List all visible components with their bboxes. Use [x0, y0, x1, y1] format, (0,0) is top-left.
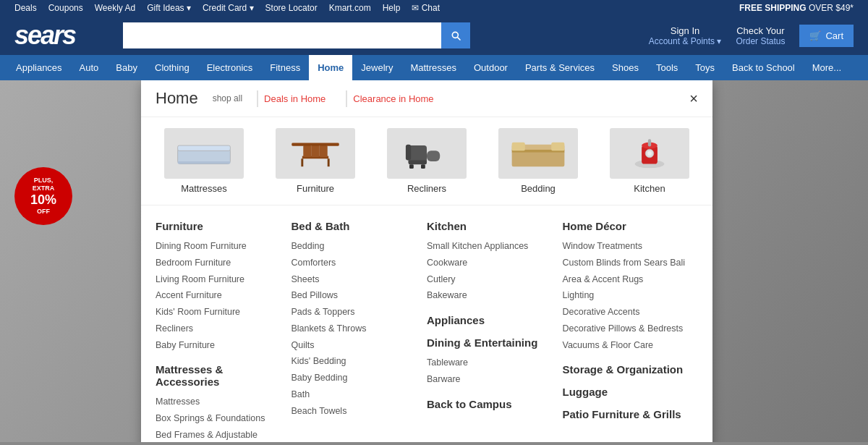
category-furniture[interactable]: Furniture — [276, 128, 355, 194]
recliners-label: Recliners — [407, 183, 446, 194]
sign-in-label: Sign In — [649, 25, 722, 36]
pads-toppers-link[interactable]: Pads & Toppers — [292, 304, 420, 321]
weekly-ad-link[interactable]: Weekly Ad — [95, 3, 135, 13]
decorative-accents-link[interactable]: Decorative Accents — [563, 304, 692, 321]
cart-button[interactable]: 🛒 Cart — [799, 25, 854, 47]
custom-blinds-link[interactable]: Custom Blinds from Sears Bali — [563, 255, 692, 271]
nav-fitness[interactable]: Fitness — [261, 55, 309, 80]
nav-auto[interactable]: Auto — [71, 55, 108, 80]
category-bedding[interactable]: Bedding — [498, 128, 578, 194]
deals-link[interactable]: Deals — [14, 3, 37, 13]
bed-pillows-link[interactable]: Bed Pillows — [292, 287, 420, 304]
nav-electronics[interactable]: Electronics — [198, 55, 262, 80]
check-order-label: Check Your — [736, 25, 785, 36]
store-locator-link[interactable]: Store Locator — [265, 3, 318, 13]
nav-back-to-school[interactable]: Back to School — [723, 55, 804, 80]
comforters-link[interactable]: Comforters — [292, 255, 420, 271]
sears-logo[interactable]: sears — [14, 20, 109, 51]
appliances-header: Appliances — [427, 314, 556, 326]
bath-link[interactable]: Bath — [292, 386, 420, 403]
shop-all-link[interactable]: shop all — [213, 93, 242, 103]
dining-entertaining-header: Dining & Entertaining — [427, 336, 556, 349]
nav-parts-services[interactable]: Parts & Services — [516, 55, 603, 80]
nav-home[interactable]: Home — [309, 55, 352, 80]
svg-rect-6 — [311, 145, 320, 157]
decorative-pillows-link[interactable]: Decorative Pillows & Bedrests — [563, 321, 692, 337]
svg-rect-20 — [551, 143, 564, 151]
nav-appliances[interactable]: Appliances — [7, 55, 71, 80]
account-section[interactable]: Sign In Account & Points ▾ — [649, 25, 722, 46]
tableware-link[interactable]: Tableware — [427, 355, 556, 371]
credit-card-link[interactable]: Credit Card ▾ — [203, 3, 254, 13]
vacuums-floor-care-link[interactable]: Vacuums & Floor Care — [563, 337, 692, 354]
help-link[interactable]: Help — [383, 3, 401, 13]
coupons-link[interactable]: Coupons — [48, 3, 83, 13]
recliners-link[interactable]: Recliners — [156, 321, 284, 337]
luggage-header: Luggage — [563, 386, 692, 398]
beach-towels-link[interactable]: Beach Towels — [292, 403, 420, 420]
page-background: PLUS, EXTRA 10% OFF Home shop all Deals … — [0, 80, 868, 442]
living-room-furniture-link[interactable]: Living Room Furniture — [156, 271, 284, 288]
nav-mattresses[interactable]: Mattresses — [401, 55, 465, 80]
column-kitchen: Kitchen Small Kitchen Appliances Cookwar… — [427, 220, 563, 442]
dropdown-columns: Furniture Dining Room Furniture Bedroom … — [141, 205, 712, 442]
kids-bedding-link[interactable]: Kids' Bedding — [292, 353, 420, 370]
svg-rect-5 — [320, 145, 328, 157]
dropdown-close-button[interactable]: × — [689, 91, 698, 106]
svg-rect-15 — [427, 151, 440, 161]
bedroom-furniture-link[interactable]: Bedroom Furniture — [156, 255, 284, 271]
nav-toys[interactable]: Toys — [686, 55, 723, 80]
kitchen-label: Kitchen — [634, 183, 665, 194]
barware-link[interactable]: Barware — [427, 371, 556, 388]
dining-room-furniture-link[interactable]: Dining Room Furniture — [156, 238, 284, 255]
bakeware-link[interactable]: Bakeware — [427, 287, 556, 304]
sheets-link[interactable]: Sheets — [292, 271, 420, 288]
home-dropdown-panel: Home shop all Deals in Home Clearance in… — [141, 80, 712, 442]
kids-room-furniture-link[interactable]: Kids' Room Furniture — [156, 304, 284, 321]
svg-rect-14 — [421, 164, 425, 169]
search-bar — [123, 22, 470, 48]
baby-bedding-link[interactable]: Baby Bedding — [292, 370, 420, 386]
category-recliners[interactable]: Recliners — [387, 128, 467, 194]
window-treatments-link[interactable]: Window Treatments — [563, 238, 692, 255]
chat-link[interactable]: ✉ Chat — [412, 3, 440, 13]
furniture-header: Furniture — [156, 220, 284, 232]
svg-rect-24 — [648, 139, 651, 146]
lighting-link[interactable]: Lighting — [563, 287, 692, 304]
gift-ideas-link[interactable]: Gift Ideas ▾ — [147, 3, 191, 13]
dropdown-header: Home shop all Deals in Home Clearance in… — [141, 80, 712, 117]
category-mattresses[interactable]: Mattresses — [164, 128, 244, 194]
deals-in-home-link[interactable]: Deals in Home — [257, 90, 331, 107]
nav-tools[interactable]: Tools — [647, 55, 686, 80]
nav-more[interactable]: More... — [804, 55, 850, 80]
bed-frames-link[interactable]: Bed Frames & Adjustable Bases — [156, 427, 284, 442]
nav-outdoor[interactable]: Outdoor — [465, 55, 516, 80]
box-springs-link[interactable]: Box Springs & Foundations — [156, 410, 284, 427]
promo-line2: EXTRA — [33, 185, 55, 192]
patio-furniture-header: Patio Furniture & Grills — [563, 408, 692, 420]
quilts-link[interactable]: Quilts — [292, 337, 420, 354]
kmart-link[interactable]: Kmart.com — [329, 3, 371, 13]
nav-shoes[interactable]: Shoes — [603, 55, 647, 80]
small-kitchen-appliances-link[interactable]: Small Kitchen Appliances — [427, 238, 556, 255]
cutlery-link[interactable]: Cutlery — [427, 271, 556, 288]
svg-rect-8 — [328, 158, 330, 166]
order-status-label: Order Status — [736, 36, 785, 46]
baby-furniture-link[interactable]: Baby Furniture — [156, 337, 284, 354]
search-input[interactable] — [123, 22, 441, 48]
nav-jewelry[interactable]: Jewelry — [352, 55, 401, 80]
area-accent-rugs-link[interactable]: Area & Accent Rugs — [563, 271, 692, 288]
cookware-link[interactable]: Cookware — [427, 255, 556, 271]
bedding-link[interactable]: Bedding — [292, 238, 420, 255]
order-status-section[interactable]: Check Your Order Status — [736, 25, 785, 46]
svg-rect-9 — [292, 143, 339, 145]
mattresses-link[interactable]: Mattresses — [156, 394, 284, 410]
clearance-in-home-link[interactable]: Clearance in Home — [346, 90, 439, 107]
search-button[interactable] — [441, 22, 470, 48]
accent-furniture-link[interactable]: Accent Furniture — [156, 287, 284, 304]
account-points-label: Account & Points ▾ — [649, 36, 722, 46]
category-kitchen[interactable]: Kitchen — [610, 128, 689, 194]
nav-baby[interactable]: Baby — [107, 55, 146, 80]
blankets-throws-link[interactable]: Blankets & Throws — [292, 321, 420, 337]
nav-clothing[interactable]: Clothing — [146, 55, 198, 80]
